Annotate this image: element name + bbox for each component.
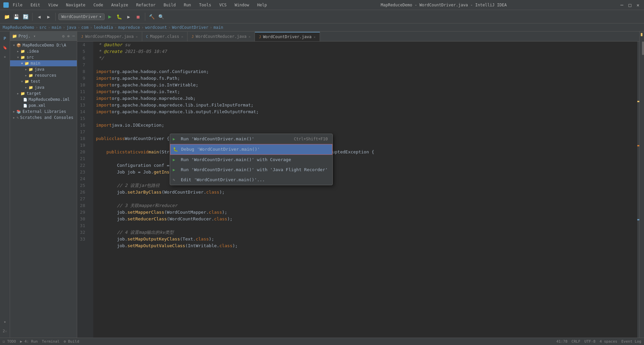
line-num-7: 7 [77,62,89,68]
menu-item-analyze[interactable]: Analyze [110,2,129,8]
tab-wordcountreducer[interactable]: J WordCountReducer.java ✕ [187,32,255,41]
sync-button[interactable]: 🔄 [21,13,30,21]
open-file-button[interactable]: 📁 [3,13,11,21]
menu-item-debug[interactable]: 🐛 Debug 'WordCountDriver.main()' [170,144,332,155]
breadcrumb-item-com[interactable]: com [81,25,89,30]
project-header-sync[interactable]: ⚙ [62,34,64,39]
tab-close-class[interactable]: ✕ [181,35,183,39]
breadcrumb-item-java[interactable]: java [66,25,76,30]
bookmark-icon[interactable]: 🔖 [1,44,9,52]
code-indent-26 [96,189,117,196]
menu-item-file[interactable]: File [11,2,24,8]
status-terminal[interactable]: Terminal [42,339,60,344]
menu-item-coverage[interactable]: ▶ Run 'WordCountDriver.main()' with Cove… [170,155,332,165]
status-encoding[interactable]: UTF-8 [584,339,595,344]
save-button[interactable]: 💾 [12,13,20,21]
tab-close-mapper[interactable]: ✕ [136,35,138,39]
line-num-19: 19 [77,142,89,149]
minimize-button[interactable]: ─ [619,2,625,8]
status-todo[interactable]: ☑ TODO [3,339,16,344]
code-line-7 [96,62,639,68]
tree-item-test-java[interactable]: ▸ 📁 java [10,84,77,90]
status-line-ending[interactable]: CRLF [572,339,581,344]
tab-wordcountdriver[interactable]: J WordCountDriver.java ✕ [255,32,320,41]
tree-item-resources[interactable]: ▸ 📁 resources [10,72,77,78]
tree-item-target[interactable]: ▸ 📁 target [10,90,77,96]
status-build[interactable]: ⚙ Build [64,339,79,344]
right-panel-scrollbar[interactable]: █ [639,31,644,338]
tab-mapper-class[interactable]: C Mapper.class ✕ [142,32,188,41]
tree-item-src[interactable]: ▾ 📁 src [10,54,77,60]
project-header-icon: 📁 [12,34,17,39]
menu-item-vcs[interactable]: VCS [218,2,228,8]
menu-item-edit[interactable]: ✎ Edit 'WordCountDriver.main()'... [170,175,332,185]
code-comment-6: */ [96,55,104,62]
project-header-close[interactable]: ─ [72,34,75,39]
project-header-settings[interactable]: ⊕ [67,34,70,39]
breadcrumb-item-mapreduce2[interactable]: mapreduce [118,25,140,30]
status-indent[interactable]: 4 spaces [599,339,617,344]
debug-button[interactable]: 🐛 [115,13,123,21]
tree-item-pom[interactable]: ▸ 📄 pom.xml [10,102,77,109]
forward-button[interactable]: ▶ [45,13,53,21]
run-button[interactable]: ▶ [106,13,114,21]
line-num-20: 20 [77,149,89,155]
menu-item-view[interactable]: View [47,2,59,8]
title-bar-controls[interactable]: ─ □ ✕ [619,2,641,8]
structure-icon[interactable]: ≡ [1,53,9,61]
menu-item-build[interactable]: Build [162,2,177,8]
breadcrumb-item-main-method[interactable]: main [213,25,223,30]
status-event-log[interactable]: Event Log [621,339,641,344]
menu-item-navigate[interactable]: Navigate [65,2,87,8]
tab-label: WordCountDriver.java [263,34,312,39]
tree-item-iml[interactable]: ▸ 📄 MapReduceDemo.iml [10,96,77,102]
status-run[interactable]: ▶ 4: Run [20,339,38,344]
menu-item-run[interactable]: Run [182,2,193,8]
tab-close-driver[interactable]: ✕ [314,35,316,39]
breadcrumb: MapReduceDemo › src › main › java › com … [0,23,644,31]
tree-item-label: .idea [26,49,39,54]
stop-button[interactable]: ■ [134,13,142,21]
menu-item-refactor[interactable]: Refactor [135,2,157,8]
maximize-button[interactable]: □ [627,2,633,8]
kw-import-10: import [96,82,112,88]
menu-item-edit[interactable]: Edit [29,2,42,8]
tree-expand-icon: ▸ [17,49,19,54]
project-header-dropdown[interactable]: ▾ [33,34,36,39]
menu-item-help[interactable]: Help [256,2,268,8]
breadcrumb-item-leokadia[interactable]: leokadia [94,25,113,30]
breadcrumb-item-mapreduce[interactable]: MapReduceDemo [3,25,34,30]
project-icon[interactable]: P [1,34,9,42]
favorites-icon[interactable]: ★ [1,318,9,326]
line-num-24: 24 [77,176,89,182]
menu-item-run[interactable]: ▶ Run 'WordCountDriver.main()' Ctrl+Shif… [170,134,332,144]
menu-item-window[interactable]: Window [233,2,250,8]
close-button[interactable]: ✕ [635,2,641,8]
scrollbar-thumb[interactable] [642,42,644,55]
back-button[interactable]: ◀ [35,13,43,21]
code-content[interactable]: 4 5 6 7 8 9 10 11 12 13 14 15 16 17 18 [77,42,639,338]
tree-item-ext-libraries[interactable]: ▸ 📚 External Libraries [10,109,77,115]
run-config-selector[interactable]: WordCountDriver ▾ [58,13,105,20]
breadcrumb-item-src[interactable]: src [39,25,47,30]
code-text[interactable]: * @author su * @create 2021-05-05 10:47 … [93,42,639,338]
menu-item-tools[interactable]: Tools [198,2,213,8]
breadcrumb-item-main[interactable]: main [52,25,61,30]
favorites2-icon[interactable]: 2☆ [1,327,9,335]
coverage-button[interactable]: ▶ [125,13,133,21]
tree-item-idea[interactable]: ▸ 📁 .idea [10,48,77,54]
tree-item-scratches[interactable]: ▸ ✎ Scratches and Consoles [10,115,77,121]
breadcrumb-item-driver[interactable]: WordCountDriver [172,25,208,30]
tree-item-test[interactable]: ▾ 📁 test [10,78,77,84]
tree-item-java[interactable]: ▸ 📁 java [10,66,77,72]
menu-item-code[interactable]: Code [92,2,105,8]
breadcrumb-item-wordcount[interactable]: wordcount [145,25,167,30]
search-button[interactable]: 🔍 [157,13,165,21]
tree-item-mapreduce[interactable]: ▾ 📦 MapReduceDemo D:\A [10,42,77,48]
menu-item-flight[interactable]: ▶ Run 'WordCountDriver.main()' with 'Jav… [170,165,332,175]
tree-item-main[interactable]: ▾ 📁 main [10,60,77,66]
build-button[interactable]: 🔨 [148,13,156,21]
line-num-6: 6 [77,55,89,62]
tab-wordcountmapper[interactable]: J WordCountMapper.java ✕ [77,32,142,41]
tab-close-reducer[interactable]: ✕ [249,35,251,39]
